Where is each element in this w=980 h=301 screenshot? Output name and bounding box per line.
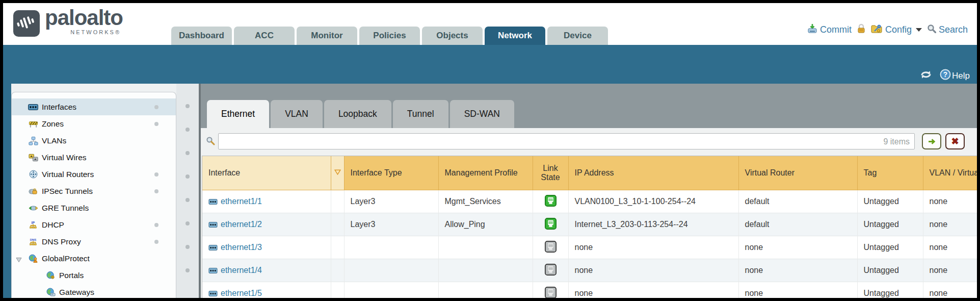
search-icon	[927, 24, 936, 36]
sidebar-item-gateways[interactable]: Gateways	[12, 284, 176, 298]
column-header-interface[interactable]: Interface	[202, 156, 331, 190]
sidebar-item-interfaces[interactable]: Interfaces	[12, 98, 176, 115]
nav-tab-objects[interactable]: Objects	[422, 27, 483, 45]
sort-column-cell	[331, 259, 344, 282]
column-header-ip-address[interactable]: IP Address	[568, 156, 738, 190]
refresh-icon[interactable]	[919, 69, 933, 83]
help-label: Help	[952, 71, 970, 81]
logo-name: paloalto	[45, 7, 123, 29]
interface-link[interactable]: ethernet1/4	[221, 266, 262, 274]
sidebar-item-label: DNS Proxy	[42, 237, 81, 246]
nav-tab-dashboard[interactable]: Dashboard	[171, 27, 232, 45]
network-sidebar: InterfacesZonesVLANsVirtual WiresVirtual…	[11, 92, 176, 298]
column-header-virtual-router[interactable]: Virtual Router	[738, 156, 857, 190]
tab-tunnel[interactable]: Tunnel	[393, 100, 448, 128]
svg-text:?: ?	[943, 71, 947, 79]
apply-filter-button[interactable]	[922, 133, 941, 149]
filter-input[interactable]	[218, 133, 915, 149]
interface-type-tabs: EthernetVLANLoopbackTunnelSD-WAN	[207, 100, 514, 128]
paloalto-logo: paloalto NETWORKS®	[13, 7, 123, 37]
search-button[interactable]: Search	[927, 24, 968, 36]
virtual-router-cell: default	[738, 190, 857, 213]
interface-cell: ethernet1/3	[202, 236, 331, 259]
zones-icon	[27, 120, 39, 128]
sidebar-item-gre-tunnels[interactable]: GRE Tunnels	[12, 199, 176, 216]
nav-tab-device[interactable]: Device	[547, 27, 608, 45]
tag-cell: Untagged	[857, 259, 923, 282]
ipsec-tunnels-icon	[27, 187, 39, 195]
sidebar-item-portals[interactable]: Portals	[12, 267, 176, 284]
nav-tab-monitor[interactable]: Monitor	[297, 27, 357, 45]
tab-ethernet[interactable]: Ethernet	[207, 100, 269, 128]
interfaces-table-wrap: InterfaceInterface TypeManagement Profil…	[202, 156, 977, 298]
item-status-dot	[154, 223, 158, 227]
column-header-link-state[interactable]: Link State	[533, 156, 568, 190]
item-status-dot	[154, 240, 158, 244]
commit-label: Commit	[820, 24, 852, 35]
sidebar-item-label: GRE Tunnels	[42, 204, 89, 213]
item-status-dot	[154, 172, 158, 177]
sidebar-item-zones[interactable]: Zones	[12, 115, 176, 132]
globalprotect-icon	[27, 254, 39, 263]
column-header-interface-type[interactable]: Interface Type	[344, 156, 438, 190]
column-header-management-profile[interactable]: Management Profile	[438, 156, 533, 190]
sidebar-item-globalprotect[interactable]: GlobalProtect	[12, 250, 176, 267]
interface-type-cell	[344, 259, 438, 282]
table-row: ethernet1/5nonenoneUntaggednone	[202, 282, 977, 298]
link-down-icon	[545, 245, 557, 254]
link-state-cell	[533, 190, 568, 213]
virtual-router-cell: default	[738, 213, 857, 236]
help-button[interactable]: ? Help	[940, 69, 970, 83]
link-state-cell	[533, 213, 568, 236]
nav-tab-policies[interactable]: Policies	[359, 27, 420, 45]
expand-triangle-icon[interactable]	[16, 256, 22, 265]
interface-type-cell	[344, 282, 438, 298]
sidebar-item-dhcp[interactable]: IPDHCP	[12, 216, 176, 233]
nav-tab-network[interactable]: Network	[485, 27, 545, 45]
interface-link[interactable]: ethernet1/1	[221, 197, 262, 206]
item-status-dot	[154, 122, 158, 126]
sidebar-item-vlans[interactable]: VLANs	[12, 132, 176, 149]
commit-button[interactable]: Commit	[807, 23, 852, 36]
vlan-wire-cell: none	[923, 213, 977, 236]
table-row: ethernet1/2Layer3Allow_PingInternet_L3_2…	[202, 213, 977, 236]
config-menu-button[interactable]: Config	[871, 23, 922, 36]
column-header-vlan-virtual-wire[interactable]: VLAN / Virtual Wire	[923, 156, 977, 190]
search-label: Search	[939, 24, 968, 35]
nav-tab-acc[interactable]: ACC	[234, 27, 295, 45]
lock-icon[interactable]	[857, 23, 866, 36]
item-status-dot	[154, 189, 158, 193]
tab-sd-wan[interactable]: SD-WAN	[450, 100, 514, 128]
ip-address-cell: none	[568, 259, 738, 282]
link-state-cell	[533, 236, 568, 259]
management-profile-cell: Mgmt_Services	[438, 190, 533, 213]
clear-filter-button[interactable]: ✖	[945, 133, 965, 149]
commit-icon	[807, 23, 817, 36]
link-state-cell	[533, 282, 568, 298]
sidebar-item-ipsec-tunnels[interactable]: IPSec Tunnels	[12, 183, 176, 199]
sidebar-item-virtual-routers[interactable]: Virtual Routers	[12, 166, 176, 183]
sort-column-cell	[331, 236, 344, 259]
virtual-routers-icon	[27, 170, 39, 179]
ip-address-cell: Internet_L3_203-0-113-254--24	[568, 213, 738, 236]
tab-loopback[interactable]: Loopback	[324, 100, 391, 128]
sidebar-item-label: Portals	[59, 271, 84, 280]
sidebar-item-label: DHCP	[42, 220, 64, 230]
table-row: ethernet1/3nonenoneUntaggednone	[202, 236, 977, 259]
paloalto-logo-icon	[13, 10, 40, 37]
interfaces-icon	[27, 104, 39, 111]
sidebar-item-virtual-wires[interactable]: Virtual Wires	[12, 149, 176, 166]
interface-sort-dropdown[interactable]	[331, 156, 344, 190]
sidebar-splitter[interactable]	[176, 84, 199, 298]
link-down-icon	[545, 291, 557, 298]
tab-vlan[interactable]: VLAN	[271, 100, 323, 128]
vlan-wire-cell: none	[923, 282, 977, 298]
ethernet-interface-icon	[208, 289, 218, 298]
virtual-router-cell: none	[738, 282, 857, 298]
interface-link[interactable]: ethernet1/3	[221, 243, 262, 252]
column-header-tag[interactable]: Tag	[857, 156, 923, 190]
interface-link[interactable]: ethernet1/2	[221, 220, 262, 229]
ethernet-interface-icon	[208, 220, 218, 230]
sidebar-item-dns-proxy[interactable]: DNSDNS Proxy	[12, 233, 176, 250]
interface-link[interactable]: ethernet1/5	[221, 289, 262, 297]
